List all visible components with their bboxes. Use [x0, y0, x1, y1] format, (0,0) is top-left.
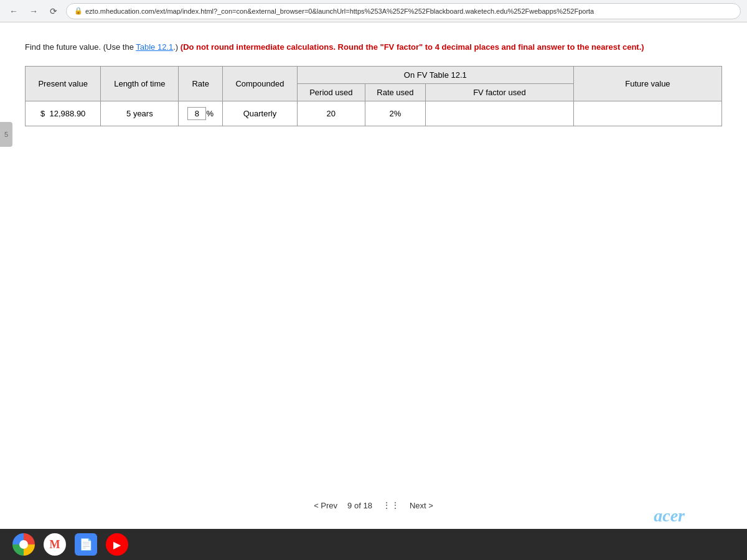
url-text: ezto.mheducation.com/ext/map/index.html?… — [85, 7, 594, 15]
col-compounded: Compounded — [223, 66, 298, 101]
page-current: 9 — [347, 501, 352, 510]
left-tab: 5 — [0, 122, 12, 147]
future-value-cell[interactable] — [573, 101, 721, 126]
back-button[interactable]: ← — [6, 4, 21, 19]
instruction-bold: (Do not round intermediate calculations.… — [181, 42, 644, 52]
page-sep: of — [354, 501, 361, 510]
browser-bar: ← → ⟳ 🔒 ezto.mheducation.com/ext/map/ind… — [0, 0, 747, 22]
content-area: 5 Find the future value. (Use the Table … — [0, 22, 747, 560]
rate-cell: % — [179, 101, 223, 126]
present-value-cell: $ 12,988.90 — [26, 101, 101, 126]
col-future-value: Future value — [573, 66, 721, 101]
table-link[interactable]: Table 12.1 — [136, 42, 173, 52]
refresh-button[interactable]: ⟳ — [46, 4, 61, 19]
page-info: 9 of 18 — [347, 501, 372, 510]
col-length-of-time: Length of time — [101, 66, 179, 101]
forward-button[interactable]: → — [26, 4, 41, 19]
instruction-part1: Find the future value. (Use the — [25, 42, 136, 52]
col-fv-factor-used: FV factor used — [425, 83, 573, 101]
grid-icon: ⋮⋮ — [382, 500, 400, 510]
compounded-cell: Quarterly — [223, 101, 298, 126]
youtube-taskbar-icon[interactable]: ▶ — [106, 533, 128, 556]
rate-input[interactable] — [187, 107, 206, 120]
next-button[interactable]: Next > — [410, 501, 433, 510]
length-of-time-value: 5 years — [126, 109, 153, 118]
col-rate-used: Rate used — [365, 83, 425, 101]
rate-used-value: 2 — [390, 109, 394, 118]
rate-used-cell: 2 % — [365, 101, 425, 126]
period-used-cell: 20 — [297, 101, 365, 126]
future-value-input[interactable] — [580, 105, 715, 122]
lock-icon: 🔒 — [74, 7, 83, 15]
instruction-part2: .) — [173, 42, 181, 52]
present-value-amount: 12,988.90 — [50, 109, 86, 118]
fv-factor-cell[interactable] — [425, 101, 573, 126]
col-rate: Rate — [179, 66, 223, 101]
col-period-used: Period used — [297, 83, 365, 101]
acer-logo: acer — [654, 506, 685, 526]
pagination: < Prev 9 of 18 ⋮⋮ Next > — [0, 500, 747, 510]
chrome-taskbar-icon[interactable] — [12, 533, 35, 556]
address-bar[interactable]: 🔒 ezto.mheducation.com/ext/map/index.htm… — [66, 3, 741, 19]
instruction-text: Find the future value. (Use the Table 12… — [25, 41, 722, 54]
compounded-value: Quarterly — [243, 109, 276, 118]
gmail-taskbar-icon[interactable]: M — [44, 533, 66, 556]
rate-used-unit: % — [394, 109, 402, 118]
table-row: $ 12,988.90 5 years % Quarterly — [26, 101, 722, 126]
prev-button[interactable]: < Prev — [314, 501, 337, 510]
period-used-value: 20 — [327, 109, 336, 118]
rate-unit: % — [206, 109, 214, 118]
length-of-time-cell: 5 years — [101, 101, 179, 126]
taskbar: M 📄 ▶ — [0, 529, 747, 560]
fv-table: Present value Length of time Rate Compou… — [25, 66, 722, 126]
on-fv-table-header: On FV Table 12.1 — [297, 66, 573, 83]
page-total: 18 — [363, 501, 372, 510]
fv-factor-input[interactable] — [432, 105, 567, 122]
currency-symbol: $ — [40, 109, 45, 118]
col-present-value: Present value — [26, 66, 101, 101]
files-taskbar-icon[interactable]: 📄 — [75, 533, 97, 556]
